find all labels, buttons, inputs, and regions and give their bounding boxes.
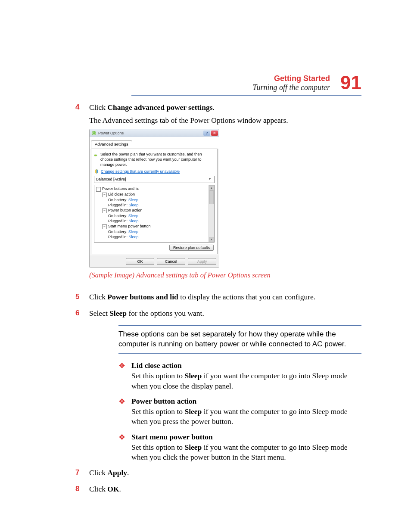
step-number: 4 [75, 103, 89, 286]
collapse-icon[interactable]: − [102, 224, 107, 229]
diamond-icon: ❖ [118, 396, 131, 427]
note-block: These options can be set separately for … [118, 325, 361, 354]
step-bold: Change advanced power settings [107, 103, 212, 112]
tree-label: On battery: [108, 198, 128, 202]
restore-defaults-button[interactable]: Restore plan defaults [169, 245, 214, 251]
tree-value[interactable]: Sleep [128, 214, 138, 218]
tree-label: Plugged in: [108, 203, 129, 207]
collapse-icon[interactable]: − [102, 193, 107, 197]
tree-value[interactable]: Sleep [128, 198, 138, 202]
step-text: Select [89, 309, 109, 317]
power-options-dialog: Power Options ? ✕ Advanced settings [89, 129, 219, 268]
step-number: 7 [75, 468, 89, 478]
tree-label: On battery: [108, 230, 128, 234]
step-bold: Apply [107, 468, 127, 477]
scroll-down-button[interactable]: ▾ [209, 237, 214, 242]
image-caption: (Sample Image) Advanced settings tab of … [89, 271, 361, 280]
collapse-icon[interactable]: − [96, 187, 101, 192]
bullet-bold: Sleep [184, 407, 202, 416]
step-text: Click [89, 103, 107, 112]
selected-plan: Balanced [Active] [96, 177, 126, 182]
step-text: . [127, 468, 129, 477]
scroll-up-button[interactable]: ▴ [209, 185, 214, 190]
dialog-title: Power Options [98, 131, 124, 136]
bullet-title: Lid close action [131, 361, 182, 370]
chapter-title: Getting Started [253, 74, 330, 83]
step-number: 5 [75, 292, 89, 302]
step-text: Click [89, 468, 107, 477]
dialog-intro-text: Select the power plan that you want to c… [100, 152, 215, 167]
tree-value[interactable]: Sleep [129, 203, 139, 207]
bullet-bold: Sleep [184, 443, 202, 451]
scrollbar[interactable]: ▴ ▾ [209, 185, 214, 242]
step-text: . [213, 103, 215, 112]
step-bold: OK [107, 485, 119, 493]
settings-tree[interactable]: −Power buttons and lid −Lid close action… [94, 185, 215, 243]
power-plan-select[interactable]: Balanced [Active] ▾ [94, 176, 215, 183]
tree-start-menu: Start menu power button [108, 224, 151, 228]
tree-label: On battery: [108, 214, 128, 218]
step-number: 6 [75, 308, 89, 319]
step-bold: Power buttons and lid [107, 292, 178, 301]
svg-rect-2 [97, 155, 97, 156]
tree-label: Plugged in: [108, 235, 129, 239]
tree-lid-close: Lid close action [108, 192, 135, 196]
collapse-icon[interactable]: − [102, 208, 107, 213]
shield-icon [94, 169, 99, 174]
scroll-thumb[interactable] [209, 190, 214, 204]
tab-advanced-settings[interactable]: Advanced settings [91, 140, 132, 148]
apply-button[interactable]: Apply [188, 258, 216, 265]
step-text: for the options you want. [127, 309, 204, 317]
diamond-icon: ❖ [118, 432, 131, 463]
step-text: Click [89, 292, 107, 301]
dialog-help-button[interactable]: ? [203, 131, 210, 136]
step-subtext: The Advanced settings tab of the Power O… [89, 115, 361, 126]
tree-power-button: Power button action [108, 208, 143, 212]
step-bold: Sleep [109, 309, 127, 317]
bullet-bold: Sleep [184, 371, 202, 380]
change-settings-link[interactable]: Change settings that are currently unava… [101, 169, 180, 174]
step-number: 8 [75, 484, 89, 495]
tree-value[interactable]: Sleep [128, 230, 138, 234]
power-icon [91, 131, 97, 136]
tree-label: Plugged in: [108, 219, 129, 223]
dialog-titlebar: Power Options ? ✕ [90, 129, 219, 137]
bullet-title: Start menu power button [131, 432, 213, 441]
ok-button[interactable]: OK [126, 258, 154, 265]
tree-value[interactable]: Sleep [129, 235, 139, 239]
step-text: to display the actions that you can conf… [178, 292, 315, 301]
bullet-title: Power button action [131, 397, 196, 405]
bullet-text: Set this option to [131, 371, 184, 380]
bullet-text: Set this option to [131, 407, 184, 416]
cancel-button[interactable]: Cancel [157, 258, 185, 265]
dialog-close-button[interactable]: ✕ [211, 131, 218, 136]
tree-root: Power buttons and lid [102, 187, 140, 191]
step-text: . [119, 485, 121, 493]
tree-value[interactable]: Sleep [129, 219, 139, 223]
step-text: Click [89, 485, 107, 493]
bullet-text: Set this option to [131, 443, 184, 451]
page-number: 91 [340, 73, 361, 92]
section-title: Turning off the computer [253, 83, 330, 92]
power-plan-icon [94, 152, 98, 159]
chevron-down-icon: ▾ [207, 177, 212, 182]
diamond-icon: ❖ [118, 361, 131, 391]
page-header: Getting Started Turning off the computer… [131, 73, 361, 96]
